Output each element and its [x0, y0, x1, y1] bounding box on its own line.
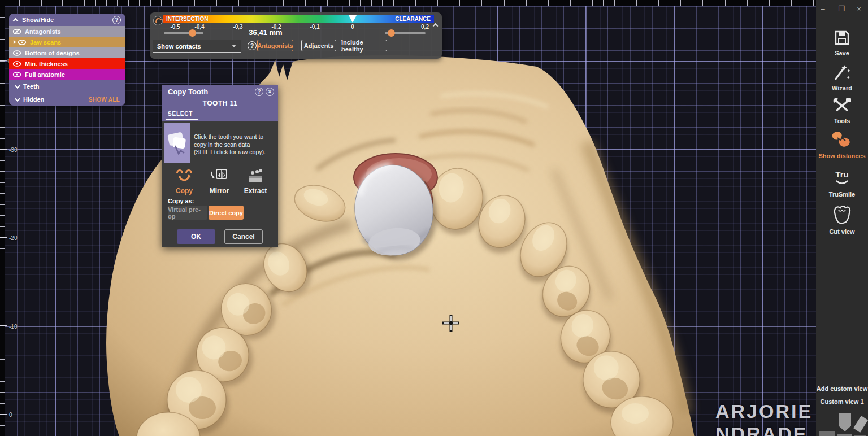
show-hide-panel: Show/Hide ? Antagonists Jaw scans Bottom…: [9, 14, 125, 106]
intersection-label: INTERSECTION: [166, 15, 208, 23]
distance-gradient-bar[interactable]: INTERSECTION CLEARANCE: [163, 15, 434, 23]
tick-label: -0,4: [194, 24, 204, 30]
group-row-hidden[interactable]: Hidden SHOW ALL: [10, 93, 124, 106]
virtual-pre-op-button[interactable]: Virtual pre-op: [168, 206, 207, 220]
close-icon[interactable]: ×: [266, 88, 274, 96]
distance-value: 36,41 mm: [220, 28, 311, 37]
mode-copy[interactable]: Copy: [168, 168, 201, 195]
sidebar-item-tools[interactable]: Tools: [816, 97, 868, 124]
ruler-left: [0, 6, 5, 436]
copy-icon: [175, 168, 194, 183]
watermark-text: ARJORIE NDRADE: [715, 400, 813, 436]
ok-button[interactable]: OK: [177, 229, 215, 244]
save-icon: [834, 29, 850, 46]
layer-row-min-thickness[interactable]: Min. thickness: [9, 58, 125, 69]
clearance-label: CLEARANCE: [395, 15, 431, 23]
clearance-slider-handle[interactable]: [388, 29, 395, 37]
sidebar-item-wizard[interactable]: Wizard: [816, 63, 868, 91]
eye-icon: [18, 39, 27, 46]
trusmile-icon: Tru: [831, 168, 853, 188]
gradient-tick: [315, 15, 315, 23]
tab-underline: [166, 119, 198, 120]
app-logo: [816, 411, 868, 436]
include-healthy-button[interactable]: Include healthy: [341, 40, 387, 51]
collapse-chevron-icon: [13, 18, 19, 23]
right-sidebar: – ❐ × Save Wizard: [816, 0, 868, 436]
intersection-slider-handle[interactable]: [189, 29, 196, 37]
show-distances-icon: [831, 130, 853, 149]
tools-icon: [832, 97, 852, 114]
show-hide-header[interactable]: Show/Hide ?: [9, 14, 125, 26]
direct-copy-button[interactable]: Direct copy: [209, 206, 244, 220]
mirror-icon: [210, 168, 229, 183]
svg-text:Tru: Tru: [835, 169, 848, 179]
sidebar-item-trusmile[interactable]: Tru TruSmile: [816, 168, 868, 198]
collapsed-chevron-icon: [15, 83, 20, 89]
group-row-teeth[interactable]: Teeth: [10, 80, 124, 93]
copy-as-label: Copy as:: [168, 198, 194, 204]
distance-toolbar: INTERSECTION CLEARANCE -0,5 -0,4 -0,3 -0…: [150, 12, 442, 59]
crosshair-cursor: [442, 315, 459, 332]
tab-select[interactable]: SELECT: [168, 111, 193, 117]
dropdown-caret-icon: [232, 45, 236, 47]
ruler-top: [0, 0, 816, 6]
eye-icon: [12, 50, 21, 56]
antagonists-button[interactable]: Antagonists: [257, 40, 293, 51]
jaw-scan-model[interactable]: [5, 6, 816, 436]
minimize-button[interactable]: –: [818, 5, 827, 14]
adjacents-button[interactable]: Adjacents: [301, 40, 336, 51]
close-button[interactable]: ×: [854, 5, 863, 14]
gauge-icon[interactable]: [153, 16, 163, 25]
viewport-3d[interactable]: ARJORIE NDRADE: [5, 6, 816, 436]
extract-icon: [246, 168, 265, 183]
layer-row-bottom-of-designs[interactable]: Bottom of designs: [9, 47, 125, 58]
tick-label: -0,5: [170, 24, 180, 30]
help-icon[interactable]: ?: [255, 88, 263, 96]
collapsed-chevron-icon: [15, 96, 20, 102]
eye-icon: [12, 60, 21, 67]
cancel-button[interactable]: Cancel: [224, 229, 263, 244]
show-contacts-dropdown[interactable]: Show contacts: [153, 40, 241, 53]
panel-title: Show/Hide: [22, 16, 112, 23]
toolbar-collapse-button[interactable]: [433, 19, 437, 29]
restore-button[interactable]: ❐: [837, 5, 846, 14]
custom-view-1-button[interactable]: Custom view 1: [816, 398, 868, 405]
layer-row-antagonists[interactable]: Antagonists: [9, 26, 125, 37]
add-custom-view-button[interactable]: Add custom view: [816, 385, 868, 392]
intersection-slider[interactable]: [164, 32, 203, 34]
dialog-instruction: Click the tooth you want to copy in the …: [194, 133, 275, 156]
sidebar-item-cut-view[interactable]: Cut view: [816, 203, 868, 235]
show-all-button[interactable]: SHOW ALL: [89, 97, 120, 103]
cut-view-icon: [831, 203, 853, 225]
tick-label: -0,1: [310, 24, 319, 30]
layer-row-jaw-scans[interactable]: Jaw scans: [9, 37, 125, 47]
tick-label: 0,2: [421, 24, 429, 30]
click-tooth-icon: [164, 123, 190, 163]
clearance-slider[interactable]: [385, 32, 426, 34]
help-icon[interactable]: ?: [112, 16, 121, 24]
wizard-icon: [832, 63, 852, 81]
dialog-subtitle: TOOTH 11: [162, 99, 278, 107]
zero-marker-icon: [349, 15, 357, 23]
help-icon[interactable]: ?: [248, 41, 257, 50]
sidebar-item-show-distances[interactable]: Show distances: [816, 130, 868, 159]
expand-chevron-icon: [12, 40, 16, 44]
dialog-title: Copy Tooth: [168, 88, 208, 96]
mode-extract[interactable]: Extract: [239, 168, 272, 195]
gradient-tick: [238, 15, 238, 23]
sidebar-item-save[interactable]: Save: [816, 29, 868, 56]
copy-tooth-dialog: Copy Tooth ? × TOOTH 11 SELECT Click the…: [162, 85, 278, 247]
mode-mirror[interactable]: Mirror: [203, 168, 236, 195]
tick-label: 0: [351, 24, 354, 30]
eye-hidden-icon: [12, 28, 21, 35]
layer-row-full-anatomic[interactable]: Full anatomic: [9, 69, 125, 80]
application-window: ARJORIE NDRADE -4 -30 -20 -10 0 Show/Hid…: [0, 0, 868, 436]
eye-icon: [12, 71, 21, 78]
